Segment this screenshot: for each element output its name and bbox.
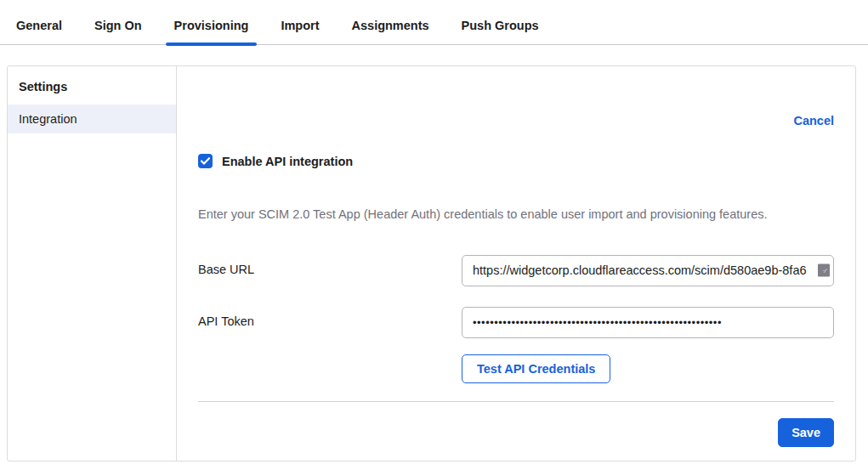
sidebar-item-integration[interactable]: Integration — [8, 105, 176, 133]
sidebar-heading: Settings — [8, 74, 176, 105]
tab-provisioning[interactable]: Provisioning — [173, 19, 251, 44]
tab-assignments[interactable]: Assignments — [350, 19, 431, 44]
tab-import[interactable]: Import — [279, 19, 321, 44]
api-token-label: API Token — [198, 307, 462, 328]
tab-sign-on[interactable]: Sign On — [93, 19, 144, 44]
enable-api-integration-label: Enable API integration — [222, 155, 353, 168]
base-url-label: Base URL — [198, 255, 462, 276]
enable-api-integration-checkbox[interactable] — [198, 154, 213, 168]
tab-general[interactable]: General — [14, 19, 64, 44]
app-tab-bar: General Sign On Provisioning Import Assi… — [0, 0, 868, 45]
tab-push-groups[interactable]: Push Groups — [460, 19, 541, 44]
check-icon — [201, 157, 210, 165]
cancel-button[interactable]: Cancel — [793, 114, 834, 127]
api-token-input[interactable] — [462, 307, 834, 338]
integration-settings-form: Cancel Enable API integration Enter your… — [177, 66, 855, 461]
base-url-input[interactable] — [462, 255, 834, 286]
credentials-description: Enter your SCIM 2.0 Test App (Header Aut… — [198, 207, 834, 224]
provisioning-panel: Settings Integration Cancel Enable API i… — [7, 65, 856, 462]
save-button[interactable]: Save — [778, 418, 834, 447]
test-api-credentials-button[interactable]: Test API Credentials — [462, 354, 610, 383]
settings-sidebar: Settings Integration — [8, 66, 177, 461]
footer-divider — [198, 401, 834, 402]
